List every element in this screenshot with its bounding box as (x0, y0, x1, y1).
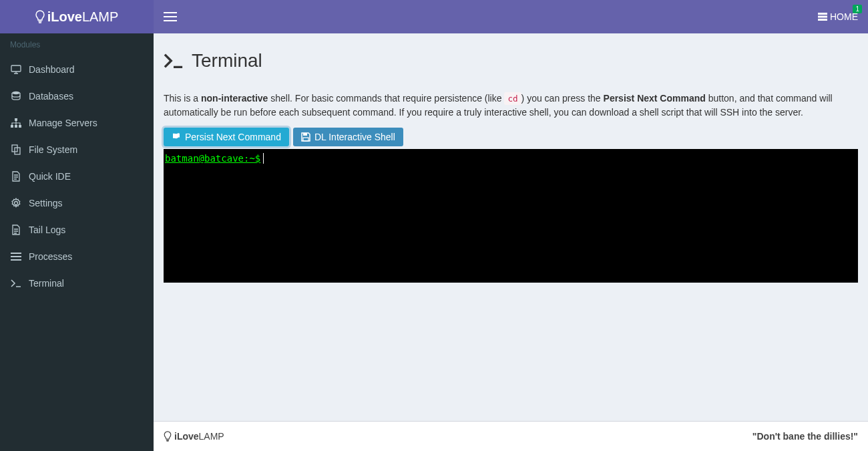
copy-icon (11, 144, 21, 155)
sidebar-item-label: File System (29, 144, 77, 155)
sidebar-item-databases[interactable]: Databases (0, 83, 154, 110)
svg-rect-14 (303, 133, 307, 136)
sitemap-icon (11, 118, 21, 128)
code-cd: cd (504, 92, 521, 105)
terminal-icon (164, 53, 184, 69)
list-icon (11, 253, 21, 261)
sidebar-item-tail-logs[interactable]: Tail Logs (0, 216, 154, 243)
sidebar-item-quick-ide[interactable]: Quick IDE (0, 163, 154, 190)
sidebar-item-terminal[interactable]: Terminal (0, 270, 154, 297)
svg-rect-12 (11, 256, 21, 257)
brand-bold: LAMP (82, 9, 118, 24)
file-text-icon (12, 171, 20, 182)
sidebar-section-header: Modules (0, 33, 154, 56)
download-interactive-shell-button[interactable]: DL Interactive Shell (293, 128, 403, 146)
terminal-console[interactable]: batman@batcave:~$ (164, 149, 858, 283)
home-badge: 1 (853, 5, 862, 13)
sidebar-item-label: Manage Servers (29, 118, 97, 128)
svg-rect-3 (11, 65, 21, 71)
sidebar-item-settings[interactable]: Settings (0, 190, 154, 216)
save-icon (301, 132, 310, 142)
main-footer: iLoveLAMP "Don't bane the dillies!" (154, 421, 868, 451)
svg-rect-13 (11, 259, 21, 261)
home-link[interactable]: HOME 1 (818, 11, 858, 22)
sidebar-item-processes[interactable]: Processes (0, 243, 154, 270)
sidebar-item-label: Terminal (29, 278, 64, 289)
sidebar-item-label: Dashboard (29, 64, 75, 75)
svg-rect-0 (818, 13, 827, 15)
gear-icon (11, 198, 21, 208)
sidebar-item-file-system[interactable]: File System (0, 136, 154, 163)
brand-light: iLove (47, 9, 82, 24)
svg-rect-7 (15, 125, 17, 128)
sidebar-toggle[interactable] (164, 12, 177, 21)
sidebar-item-dashboard[interactable]: Dashboard (0, 56, 154, 83)
button-label: Persist Next Command (185, 132, 281, 142)
sidebar: Modules Dashboard Databases Manage Serve… (0, 33, 154, 451)
flag-icon (172, 132, 181, 142)
top-navbar: HOME 1 (154, 0, 868, 33)
page-header: Terminal (164, 43, 858, 85)
app-logo[interactable]: iLoveLAMP (0, 0, 154, 33)
page-body: This is a non-interactive shell. For bas… (164, 85, 858, 289)
svg-rect-5 (15, 118, 17, 121)
svg-rect-8 (19, 125, 21, 128)
sidebar-item-label: Tail Logs (29, 224, 65, 235)
svg-rect-6 (11, 125, 13, 128)
terminal-prompt: batman@batcave:~$ (165, 153, 260, 164)
database-icon (11, 91, 21, 102)
file-icon (12, 224, 20, 235)
footer-quote: "Don't bane the dillies!" (752, 431, 858, 442)
server-icon (818, 12, 827, 21)
persist-next-command-button[interactable]: Persist Next Command (164, 128, 289, 146)
monitor-icon (11, 65, 21, 74)
main-header: iLoveLAMP HOME 1 (0, 0, 868, 33)
button-label: DL Interactive Shell (314, 132, 395, 142)
button-row: Persist Next Command DL Interactive Shel… (164, 128, 858, 146)
lightbulb-icon (164, 431, 172, 442)
sidebar-item-label: Databases (29, 91, 73, 102)
sidebar-item-label: Processes (29, 251, 72, 262)
sidebar-item-manage-servers[interactable]: Manage Servers (0, 110, 154, 136)
content-wrapper: Terminal This is a non-interactive shell… (154, 33, 868, 421)
terminal-icon (11, 279, 21, 287)
description: This is a non-interactive shell. For bas… (164, 92, 858, 120)
svg-rect-1 (818, 16, 827, 18)
page-title: Terminal (192, 50, 262, 71)
sidebar-menu: Dashboard Databases Manage Servers File … (0, 56, 154, 297)
svg-rect-11 (11, 253, 21, 254)
svg-point-4 (12, 92, 20, 94)
lightbulb-icon (35, 10, 45, 23)
terminal-input[interactable] (264, 153, 857, 164)
footer-brand: iLoveLAMP (164, 431, 224, 442)
sidebar-item-label: Settings (29, 198, 63, 208)
sidebar-item-label: Quick IDE (29, 171, 71, 182)
svg-rect-2 (818, 19, 827, 21)
